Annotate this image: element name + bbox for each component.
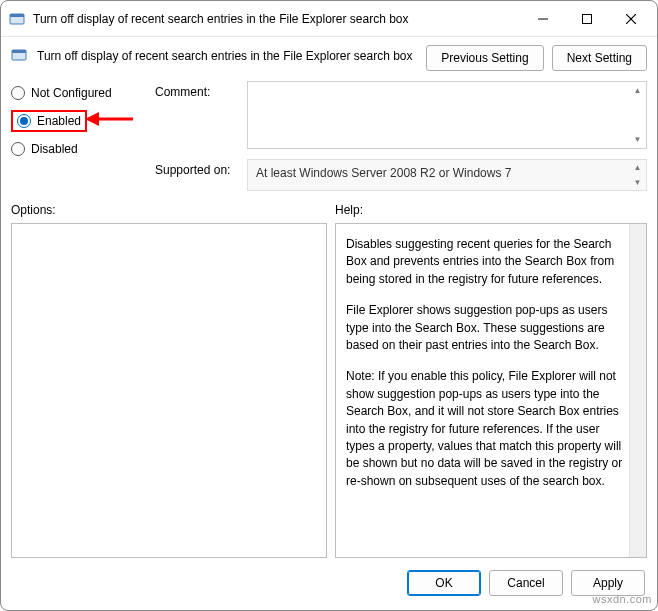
help-heading: Help: xyxy=(335,203,363,217)
supported-label: Supported on: xyxy=(155,159,241,177)
scroll-arrows: ▲▼ xyxy=(629,160,646,190)
scroll-down-icon: ▼ xyxy=(629,131,646,148)
configuration-area: Not Configured Enabled Disabled Commen xyxy=(1,77,657,199)
setting-title: Turn off display of recent search entrie… xyxy=(37,45,416,63)
watermark: wsxdn.com xyxy=(592,593,652,605)
panels-area: Disables suggesting recent queries for t… xyxy=(1,221,657,562)
scroll-up-icon: ▲ xyxy=(629,82,646,99)
footer-buttons: OK Cancel Apply xyxy=(1,562,657,610)
scroll-arrows: ▲▼ xyxy=(629,82,646,148)
group-policy-setting-window: Turn off display of recent search entrie… xyxy=(0,0,658,611)
help-paragraph: Note: If you enable this policy, File Ex… xyxy=(346,368,626,490)
fields-area: Comment: ▲▼ Supported on: At least Windo… xyxy=(155,81,647,191)
supported-on-box: At least Windows Server 2008 R2 or Windo… xyxy=(247,159,647,191)
supported-value: At least Windows Server 2008 R2 or Windo… xyxy=(256,166,511,180)
policy-icon xyxy=(11,47,27,63)
scroll-down-icon: ▼ xyxy=(629,175,646,190)
comment-textarea[interactable]: ▲▼ xyxy=(247,81,647,149)
ok-button[interactable]: OK xyxy=(407,570,481,596)
scroll-up-icon: ▲ xyxy=(629,160,646,175)
help-panel: Disables suggesting recent queries for t… xyxy=(335,223,647,558)
options-panel xyxy=(11,223,327,558)
svg-marker-9 xyxy=(85,112,99,126)
titlebar: Turn off display of recent search entrie… xyxy=(1,1,657,37)
radio-icon xyxy=(11,142,25,156)
previous-setting-button[interactable]: Previous Setting xyxy=(426,45,543,71)
window-title: Turn off display of recent search entrie… xyxy=(33,12,521,26)
next-setting-button[interactable]: Next Setting xyxy=(552,45,647,71)
svg-rect-7 xyxy=(12,50,26,53)
help-scrollbar[interactable] xyxy=(629,224,646,557)
radio-icon xyxy=(17,114,31,128)
annotation-arrow xyxy=(85,108,135,130)
help-paragraph: Disables suggesting recent queries for t… xyxy=(346,236,626,288)
radio-label: Not Configured xyxy=(31,86,112,100)
close-button[interactable] xyxy=(609,4,653,34)
minimize-button[interactable] xyxy=(521,4,565,34)
radio-label: Disabled xyxy=(31,142,78,156)
radio-disabled[interactable]: Disabled xyxy=(11,137,147,161)
annotation-highlight: Enabled xyxy=(11,110,87,132)
help-paragraph: File Explorer shows suggestion pop-ups a… xyxy=(346,302,626,354)
radio-not-configured[interactable]: Not Configured xyxy=(11,81,147,105)
policy-icon xyxy=(9,11,25,27)
radio-label: Enabled xyxy=(37,114,81,128)
svg-rect-1 xyxy=(10,14,24,17)
options-heading: Options: xyxy=(11,203,335,217)
header-row: Turn off display of recent search entrie… xyxy=(1,37,657,77)
sections-header: Options: Help: xyxy=(1,199,657,221)
cancel-button[interactable]: Cancel xyxy=(489,570,563,596)
radio-icon xyxy=(11,86,25,100)
comment-label: Comment: xyxy=(155,81,241,99)
svg-rect-3 xyxy=(583,14,592,23)
maximize-button[interactable] xyxy=(565,4,609,34)
state-radio-group: Not Configured Enabled Disabled xyxy=(11,81,147,191)
